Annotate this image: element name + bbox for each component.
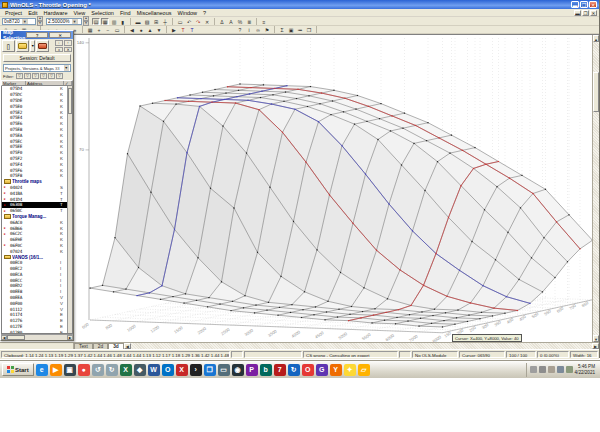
session-button[interactable]: Session: Default (3, 54, 71, 62)
maximize-button[interactable]: ❐ (580, 1, 588, 8)
percent-icon[interactable]: % (236, 18, 244, 25)
column-marker[interactable]: Marker (2, 81, 26, 85)
sync-back-icon[interactable]: ↺ (92, 364, 104, 376)
menu-item-edit[interactable]: Edit (25, 10, 40, 16)
scroll-right-icon[interactable]: ▶ (67, 335, 73, 340)
column-check[interactable]: ✓ (64, 81, 72, 85)
windows-icon[interactable]: ❐ (305, 26, 313, 33)
pan-down-icon[interactable]: ▼ (155, 26, 163, 33)
apply-icon[interactable]: ▣ (287, 26, 295, 33)
menu-item-find[interactable]: Find (117, 10, 134, 16)
word-icon[interactable]: W (148, 364, 160, 376)
scroll-track[interactable] (131, 343, 592, 349)
games-icon[interactable]: ◉ (232, 364, 244, 376)
add-map-button[interactable]: ± (55, 47, 63, 53)
ruler-icon[interactable]: ▭ (176, 18, 184, 25)
taskbar-clock[interactable]: 5:46 PM 4/22/2021 (575, 364, 595, 375)
view-3d-icon[interactable]: ▦ (101, 18, 109, 25)
map-row[interactable]: ▸041D4T (2, 196, 67, 202)
scroll-track[interactable] (593, 42, 599, 335)
map-row[interactable]: 075DCK (2, 92, 67, 98)
map-row[interactable]: 075F2K (2, 156, 67, 162)
flag-icon[interactable]: ⚑ (263, 26, 271, 33)
selection-column-icon[interactable]: ▮ (119, 18, 127, 25)
filter-funnel-icon[interactable]: ▽ (56, 73, 63, 79)
map-3d-view[interactable]: 7014060080010001200150020002500300035004… (0, 34, 599, 342)
map-row[interactable]: 01276E (2, 318, 67, 324)
absolute-icon[interactable]: A (227, 18, 235, 25)
map-row[interactable]: 075ECK (2, 138, 67, 144)
map-row[interactable]: 00ECAI (2, 272, 67, 278)
list-icon[interactable]: ≔ (296, 26, 304, 33)
downloader-icon[interactable]: 7 (274, 364, 286, 376)
scroll-thumb[interactable] (7, 335, 25, 340)
scroll-thumb[interactable] (68, 88, 72, 114)
map-row[interactable]: 0127EE (2, 324, 67, 330)
scroll-up-icon[interactable]: ▲ (593, 35, 599, 42)
link-icon[interactable]: ∞ (254, 26, 262, 33)
terminal-icon[interactable]: › (190, 364, 202, 376)
open-project-button[interactable] (16, 40, 29, 52)
close-button[interactable]: ✕ (589, 1, 597, 8)
start-button[interactable]: Start (2, 363, 34, 376)
map-row-selected[interactable]: ▸06308T (2, 202, 67, 208)
wrench-icon[interactable]: ✦ (344, 364, 356, 376)
map-row[interactable]: 075DEK (2, 98, 67, 104)
import-folder-button[interactable] (36, 40, 49, 52)
child-minimize-button[interactable]: ▬ (574, 10, 581, 16)
map-row[interactable]: ▸0650CT (2, 208, 67, 214)
tray-network-icon[interactable] (530, 366, 537, 373)
tab-2d[interactable]: 2d (93, 343, 108, 349)
help-icon[interactable]: ? (236, 26, 244, 33)
menu-item-window[interactable]: Window (174, 10, 200, 16)
child-close-button[interactable]: ✕ (590, 10, 597, 16)
origin-icon[interactable]: ● (137, 26, 145, 33)
filter-funnel-icon[interactable]: ▽ (32, 73, 39, 79)
text-blue-icon[interactable]: T (188, 26, 196, 33)
map-row[interactable]: 06AC0K (2, 219, 67, 225)
map-row[interactable]: 07024K (2, 248, 67, 254)
pan-up-icon[interactable]: ▲ (146, 26, 154, 33)
column-address[interactable]: Address (26, 81, 64, 85)
scroll-down-icon[interactable]: ▼ (593, 335, 599, 342)
cut-icon[interactable]: ✕ (203, 18, 211, 25)
map-row[interactable]: 00EE8I (2, 289, 67, 295)
map-row[interactable]: 075F8K (2, 173, 67, 179)
vm-icon[interactable]: ❐ (204, 364, 216, 376)
map-row[interactable]: 00EC2I (2, 266, 67, 272)
map-row[interactable]: 075E6K (2, 121, 67, 127)
info-icon[interactable]: i (245, 26, 253, 33)
chevron-down-icon[interactable]: ▼ (64, 65, 69, 71)
map-vertical-scrollbar[interactable]: ▲ ▼ (592, 35, 599, 342)
original-icon[interactable]: ≣ (245, 18, 253, 25)
map-row[interactable]: 075E4K (2, 115, 67, 121)
delete-map-button[interactable]: ✕ (64, 47, 72, 53)
map-row[interactable]: 075E2K (2, 109, 67, 115)
address-stepper[interactable]: ▲▼ (37, 16, 43, 26)
map-row[interactable]: 075F6K (2, 167, 67, 173)
map-row[interactable]: 075E0K (2, 103, 67, 109)
chevron-down-icon[interactable]: ▼ (22, 19, 28, 24)
export-button[interactable]: ↑ (64, 40, 72, 46)
map-row[interactable]: 075D4K (2, 86, 67, 92)
folder-row[interactable]: VANOS (16/1... (2, 254, 67, 260)
map-horizontal-scrollbar[interactable]: ◀ ▶ (124, 343, 599, 349)
map-selection-panel[interactable]: Map Selection ? ✕ ▯ ▼ ↓ ↑ ± ✕ Session: D… (0, 30, 74, 341)
panel-close-button[interactable]: ✕ (49, 32, 71, 38)
import-button[interactable]: ↓ (55, 40, 63, 46)
map-row[interactable]: 075E8K (2, 127, 67, 133)
list-horizontal-scrollbar[interactable]: ◀ ▶ (1, 334, 73, 340)
filter-funnel-icon[interactable]: ▽ (40, 73, 47, 79)
map-row[interactable]: 01112V (2, 306, 67, 312)
filter-funnel-icon[interactable]: ▽ (48, 73, 55, 79)
view-mode-combo[interactable]: Projects, Versions & Maps 33 ▼ (3, 64, 71, 72)
map-row[interactable]: ▸04024S (2, 185, 67, 191)
chevron-down-icon[interactable]: ▼ (72, 19, 78, 24)
grid-icon[interactable]: ▦ (86, 26, 94, 33)
tray-battery-icon[interactable] (566, 366, 573, 373)
tab-3d[interactable]: 3d (108, 343, 124, 349)
selection-all-icon[interactable]: ⊞ (152, 18, 160, 25)
crosshair-icon[interactable]: ┼ (161, 18, 169, 25)
child-restore-button[interactable]: ❐ (582, 10, 589, 16)
opera-icon[interactable]: O (302, 364, 314, 376)
